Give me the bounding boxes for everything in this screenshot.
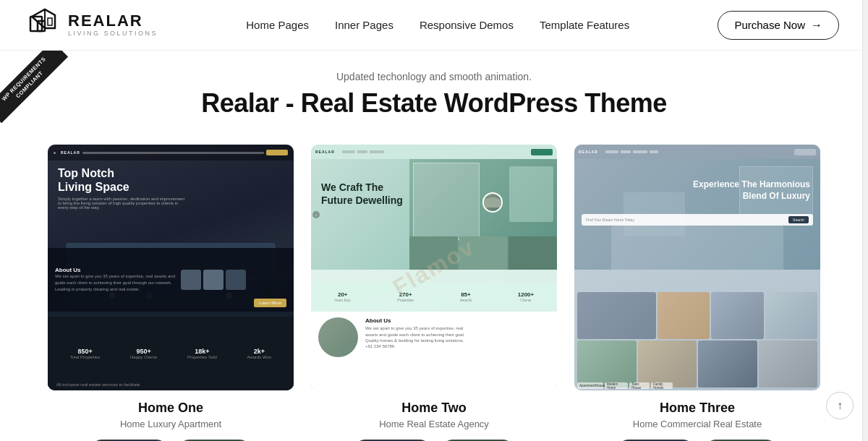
card-home-one: REALAR Top NotchLiving Space Simply toge… <box>48 145 294 441</box>
preview-nav-1: REALAR <box>48 145 294 160</box>
preview-about-2: About Us We set apart to give you 35 yea… <box>311 312 557 390</box>
card-home-three: REALAR <box>574 145 820 441</box>
card-home-one-preview[interactable]: REALAR Top NotchLiving Space Simply toge… <box>48 145 294 390</box>
wp-ribbon: WP requirements Compliant <box>0 51 80 130</box>
card-two-name: Home Two <box>311 401 557 416</box>
arrow-up-icon: ↑ <box>837 399 843 412</box>
card-three-desc: Home Commercial Real Estate <box>574 419 820 429</box>
card-one-name: Home One <box>48 401 294 416</box>
nav-inner-pages[interactable]: Inner Pages <box>335 19 393 31</box>
logo-text: REALAR LIVING SOLUTIONS <box>68 12 158 37</box>
cards-section: REALAR Top NotchLiving Space Simply toge… <box>0 130 868 441</box>
preview-title-2: We Craft TheFuture Dewelling <box>321 181 403 207</box>
purchase-btn-label: Purchase Now <box>734 19 805 31</box>
arrow-right-icon: → <box>811 19 822 32</box>
hero-title: Realar - Real Estate WordPress Theme <box>29 88 839 119</box>
preview-photos-3 <box>574 292 820 390</box>
card-two-desc: Home Real Estate Agency <box>311 419 557 429</box>
purchase-now-button[interactable]: Purchase Now → <box>718 11 839 40</box>
brand-tagline: LIVING SOLUTIONS <box>68 30 158 38</box>
preview-hero-3: Experience The HarmoniousBlend Of Luxury… <box>574 159 820 270</box>
preview-stats-1: 850+Total Properties 950+Happy Clients 1… <box>48 317 294 390</box>
nav-responsive-demos[interactable]: Responsive Demos <box>420 19 514 31</box>
scroll-to-top-button[interactable]: ↑ <box>826 392 854 419</box>
hero-section: Updated techonlogy and smooth animation.… <box>0 51 868 130</box>
wp-badge: WP requirements Compliant <box>0 51 68 123</box>
nav-links: Home Pages Inner Pages Responsive Demos … <box>246 19 629 31</box>
card-home-three-preview[interactable]: REALAR <box>574 145 820 390</box>
preview-nav-3: REALAR <box>574 145 820 159</box>
navbar: REALAR LIVING SOLUTIONS Home Pages Inner… <box>0 0 868 51</box>
nav-bar <box>82 152 264 154</box>
card-home-two-preview[interactable]: REALAR <box>311 145 557 390</box>
preview-hero-2: ‹ We Craft TheFuture Dewelling <box>311 159 557 270</box>
preview-about-1: About Us We set apart to give you 35 yea… <box>48 248 294 312</box>
card-one-desc: Home Luxury Apartment <box>48 419 294 429</box>
hero-subtitle: Updated techonlogy and smooth animation. <box>29 71 839 82</box>
brand-name: REALAR <box>68 12 158 30</box>
nav-template-features[interactable]: Template Features <box>540 19 629 31</box>
preview-title-3: Experience The HarmoniousBlend Of Luxury <box>693 179 810 202</box>
right-edge-bar <box>862 0 868 441</box>
card-three-name: Home Three <box>574 401 820 416</box>
logo-icon <box>29 8 61 43</box>
svg-rect-4 <box>48 18 52 25</box>
preview-nav-2: REALAR <box>311 145 557 159</box>
nav-dot <box>54 152 56 154</box>
preview-search-3: Find Your Dream Home Today Search <box>582 214 813 226</box>
preview-stats-2: 20+Years Exp. 270+Properties 85+Awards 1… <box>311 282 557 312</box>
logo[interactable]: REALAR LIVING SOLUTIONS <box>29 8 158 43</box>
nav-home-pages[interactable]: Home Pages <box>246 19 309 31</box>
card-home-two: REALAR <box>311 145 557 441</box>
preview-hero-text-1: Top NotchLiving Space Simply together a … <box>58 166 184 210</box>
